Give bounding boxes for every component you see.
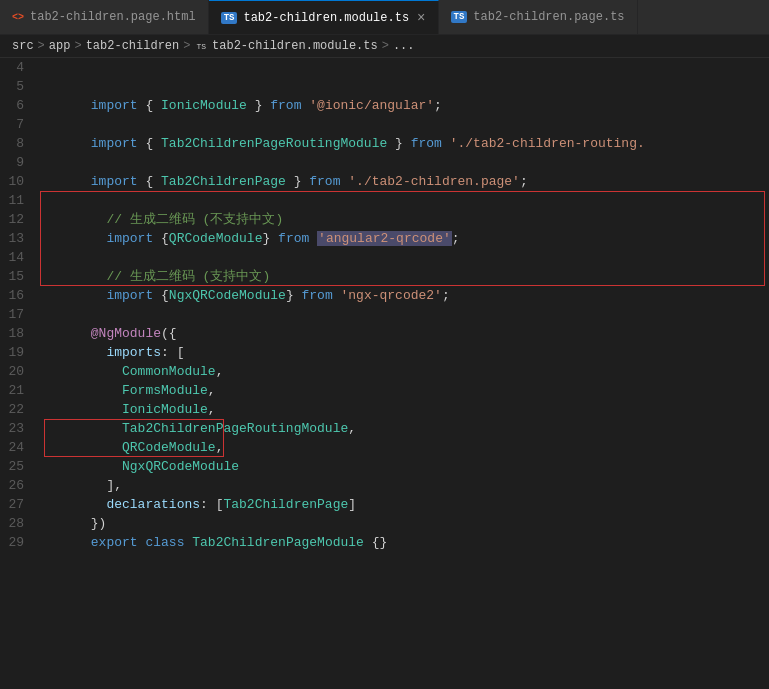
- ts-icon-2: TS: [451, 11, 468, 23]
- tab-html[interactable]: <> tab2-children.page.html: [0, 0, 209, 34]
- ln-22: 22: [0, 400, 32, 419]
- ln-17: 17: [0, 305, 32, 324]
- ln-21: 21: [0, 381, 32, 400]
- ln-5: 5: [0, 77, 32, 96]
- ln-25: 25: [0, 457, 32, 476]
- code-editor: 4 5 6 7 8 9 10 11 12 13 14 15 16 17 18 1…: [0, 58, 769, 552]
- ln-9: 9: [0, 153, 32, 172]
- tab-bar: <> tab2-children.page.html TS tab2-child…: [0, 0, 769, 35]
- breadcrumb-ts-icon: TS: [194, 41, 208, 52]
- tab-page-ts-label: tab2-children.page.ts: [473, 10, 624, 24]
- ln-12: 12: [0, 210, 32, 229]
- breadcrumb-file: tab2-children.module.ts: [212, 39, 378, 53]
- breadcrumb-src: src: [12, 39, 34, 53]
- code-line-7: import { Tab2ChildrenPageRoutingModule }…: [40, 115, 769, 134]
- breadcrumb-app: app: [49, 39, 71, 53]
- ln-26: 26: [0, 476, 32, 495]
- ln-23: 23: [0, 419, 32, 438]
- ln-13: 13: [0, 229, 32, 248]
- code-line-14: // 生成二维码 (支持中文): [40, 248, 769, 267]
- breadcrumb-dots: ...: [393, 39, 415, 53]
- breadcrumb-tab2: tab2-children: [86, 39, 180, 53]
- code-line-26: declarations: [Tab2ChildrenPage]: [40, 476, 769, 495]
- line-numbers: 4 5 6 7 8 9 10 11 12 13 14 15 16 17 18 1…: [0, 58, 40, 552]
- code-line-28: export class Tab2ChildrenPageModule {}: [40, 514, 769, 533]
- code-line-9: import { Tab2ChildrenPage } from './tab2…: [40, 153, 769, 172]
- ln-10: 10: [0, 172, 32, 191]
- code-line-11: // 生成二维码 (不支持中文): [40, 191, 769, 210]
- ln-20: 20: [0, 362, 32, 381]
- sep4: >: [382, 39, 389, 53]
- sep2: >: [74, 39, 81, 53]
- ln-18: 18: [0, 324, 32, 343]
- ln-11: 11: [0, 191, 32, 210]
- code-line-5: import { IonicModule } from '@ionic/angu…: [40, 77, 769, 96]
- ln-28: 28: [0, 514, 32, 533]
- close-icon[interactable]: ×: [417, 11, 425, 25]
- tab-module-ts-label: tab2-children.module.ts: [243, 11, 409, 25]
- ln-27: 27: [0, 495, 32, 514]
- ln-16: 16: [0, 286, 32, 305]
- tab-html-label: tab2-children.page.html: [30, 10, 196, 24]
- sep1: >: [38, 39, 45, 53]
- ln-8: 8: [0, 134, 32, 153]
- code-line-4: [40, 58, 769, 77]
- tab-page-ts[interactable]: TS tab2-children.page.ts: [439, 0, 638, 34]
- ts-icon-1: TS: [221, 12, 238, 24]
- ln-14: 14: [0, 248, 32, 267]
- breadcrumb: src > app > tab2-children > TS tab2-chil…: [0, 35, 769, 58]
- ln-19: 19: [0, 343, 32, 362]
- ln-7: 7: [0, 115, 32, 134]
- ln-4: 4: [0, 58, 32, 77]
- ln-24: 24: [0, 438, 32, 457]
- tab-module-ts[interactable]: TS tab2-children.module.ts ×: [209, 0, 439, 34]
- sep3: >: [183, 39, 190, 53]
- ln-29: 29: [0, 533, 32, 552]
- code-line-17: @NgModule({: [40, 305, 769, 324]
- ln-6: 6: [0, 96, 32, 115]
- html-icon: <>: [12, 12, 24, 23]
- ln-15: 15: [0, 267, 32, 286]
- code-content: import { IonicModule } from '@ionic/angu…: [40, 58, 769, 552]
